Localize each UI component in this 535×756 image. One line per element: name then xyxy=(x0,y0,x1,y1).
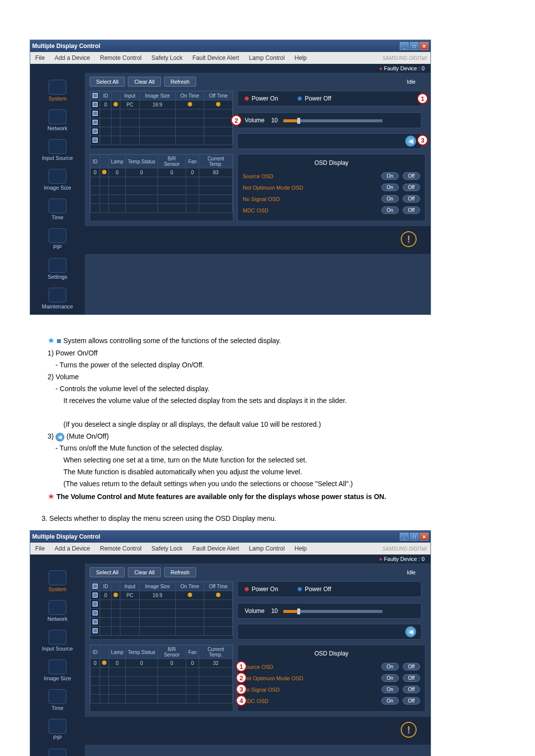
sidebar-item-system[interactable]: System xyxy=(30,567,85,597)
menu-file[interactable]: File xyxy=(30,545,50,552)
table-row[interactable] xyxy=(91,127,233,136)
refresh-button[interactable]: Refresh xyxy=(164,77,196,87)
select-all-button[interactable]: Select All xyxy=(90,567,125,577)
sidebar-item-pip[interactable]: PIP xyxy=(30,225,85,255)
slider-thumb[interactable] xyxy=(297,118,300,124)
clear-all-button[interactable]: Clear All xyxy=(128,567,161,577)
table-row[interactable] xyxy=(91,695,233,704)
table-row[interactable] xyxy=(91,195,233,204)
table-row[interactable] xyxy=(91,618,233,627)
menu-file[interactable]: File xyxy=(30,54,50,61)
power-off-button[interactable]: Power Off xyxy=(298,586,331,593)
row-checkbox[interactable] xyxy=(93,102,98,107)
table-row[interactable] xyxy=(91,186,233,195)
sidebar-item-pip[interactable]: PIP xyxy=(30,716,85,746)
osd-on-button[interactable]: On xyxy=(381,184,399,191)
sidebar-item-settings[interactable]: Settings xyxy=(30,255,85,285)
mute-icon[interactable]: ◀ xyxy=(405,136,416,147)
table-row[interactable] xyxy=(91,109,233,118)
minimize-button[interactable]: _ xyxy=(400,42,409,50)
table-row[interactable] xyxy=(91,600,233,609)
row-checkbox[interactable] xyxy=(93,129,98,134)
sidebar-item-network[interactable]: Network xyxy=(30,106,85,136)
slider-thumb[interactable] xyxy=(297,608,300,614)
menu-add-device[interactable]: Add a Device xyxy=(50,54,95,61)
osd-off-button[interactable]: Off xyxy=(403,663,420,670)
col-check[interactable] xyxy=(91,92,100,101)
info-icon[interactable]: ! xyxy=(401,722,417,738)
power-on-button[interactable]: Power On xyxy=(245,95,278,102)
close-button[interactable]: ✕ xyxy=(420,533,428,541)
refresh-button[interactable]: Refresh xyxy=(164,567,196,577)
osd-on-button[interactable]: On xyxy=(381,206,399,214)
table-row[interactable] xyxy=(91,136,233,145)
row-checkbox[interactable] xyxy=(93,602,98,606)
menu-help[interactable]: Help xyxy=(290,545,312,552)
clear-all-button[interactable]: Clear All xyxy=(128,77,161,87)
row-checkbox[interactable] xyxy=(93,138,98,143)
osd-off-button[interactable]: Off xyxy=(403,172,420,180)
sidebar-item-input-source[interactable]: Input Source xyxy=(30,136,85,166)
table-row[interactable] xyxy=(91,204,233,213)
osd-on-button[interactable]: On xyxy=(381,172,399,180)
close-button[interactable]: ✕ xyxy=(420,42,428,50)
power-on-button[interactable]: Power On xyxy=(245,586,278,593)
menu-remote-control[interactable]: Remote Control xyxy=(95,545,147,552)
osd-on-button[interactable]: On xyxy=(381,674,399,682)
osd-off-button[interactable]: Off xyxy=(403,697,420,705)
sidebar-item-image-size[interactable]: Image Size xyxy=(30,656,85,686)
menu-fault-alert[interactable]: Fault Device Alert xyxy=(187,54,244,61)
osd-off-button[interactable]: Off xyxy=(403,686,420,693)
osd-on-button[interactable]: On xyxy=(381,697,399,705)
menu-fault-alert[interactable]: Fault Device Alert xyxy=(187,545,244,552)
sidebar-item-input-source[interactable]: Input Source xyxy=(30,627,85,656)
menu-lamp-control[interactable]: Lamp Control xyxy=(244,54,290,61)
osd-off-button[interactable]: Off xyxy=(403,206,420,214)
table-row[interactable] xyxy=(91,686,233,695)
table-row[interactable] xyxy=(91,609,233,618)
volume-slider[interactable] xyxy=(283,610,382,613)
osd-off-button[interactable]: Off xyxy=(403,674,420,682)
osd-on-button[interactable]: On xyxy=(381,663,399,670)
table-row[interactable] xyxy=(91,177,233,186)
osd-off-button[interactable]: Off xyxy=(403,195,420,202)
row-checkbox[interactable] xyxy=(93,120,98,125)
row-checkbox[interactable] xyxy=(93,619,98,624)
sidebar-item-time[interactable]: Time xyxy=(30,196,85,225)
info-icon[interactable]: ! xyxy=(401,231,417,247)
osd-on-button[interactable]: On xyxy=(381,195,399,202)
table-row[interactable]: 0 0 0 0 0 32 xyxy=(91,659,233,668)
sidebar-item-image-size[interactable]: Image Size xyxy=(30,166,85,196)
table-row[interactable]: 0 PC 16:9 xyxy=(91,591,233,600)
table-row[interactable] xyxy=(91,627,233,636)
osd-off-button[interactable]: Off xyxy=(403,184,420,191)
power-off-button[interactable]: Power Off xyxy=(298,95,331,102)
row-checkbox[interactable] xyxy=(93,610,98,615)
header-checkbox[interactable] xyxy=(93,93,98,98)
menu-safety-lock[interactable]: Safety Lock xyxy=(147,54,188,61)
menu-help[interactable]: Help xyxy=(290,54,312,61)
table-row[interactable] xyxy=(91,668,233,677)
mute-icon[interactable]: ◀ xyxy=(405,626,416,637)
menu-add-device[interactable]: Add a Device xyxy=(50,545,95,552)
menu-safety-lock[interactable]: Safety Lock xyxy=(147,545,188,552)
table-row[interactable] xyxy=(91,677,233,686)
table-row[interactable] xyxy=(91,118,233,127)
row-checkbox[interactable] xyxy=(93,593,98,598)
sidebar-item-network[interactable]: Network xyxy=(30,597,85,627)
maximize-button[interactable]: □ xyxy=(410,42,419,50)
sidebar-item-time[interactable]: Time xyxy=(30,686,85,716)
sidebar-item-system[interactable]: System xyxy=(30,77,85,106)
row-checkbox[interactable] xyxy=(93,111,98,116)
volume-slider[interactable] xyxy=(283,119,382,122)
header-checkbox[interactable] xyxy=(93,584,98,589)
minimize-button[interactable]: _ xyxy=(400,533,409,541)
maximize-button[interactable]: □ xyxy=(410,533,419,541)
select-all-button[interactable]: Select All xyxy=(90,77,125,87)
menu-lamp-control[interactable]: Lamp Control xyxy=(244,545,290,552)
table-row[interactable]: 0 PC 16:9 xyxy=(91,101,233,109)
row-checkbox[interactable] xyxy=(93,628,98,633)
menu-remote-control[interactable]: Remote Control xyxy=(95,54,147,61)
osd-on-button[interactable]: On xyxy=(381,686,399,693)
sidebar-item-settings[interactable]: Settings xyxy=(30,746,85,756)
